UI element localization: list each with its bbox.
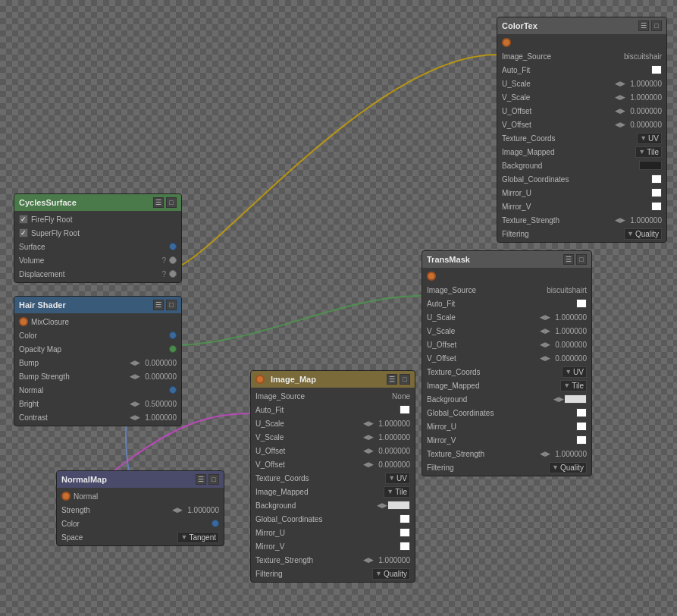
- ct-mirrorv-swatch[interactable]: [651, 202, 662, 211]
- tm-globalcoords-label: Global_Coordinates: [427, 409, 576, 417]
- image-uoffset-value: 0.000000: [378, 447, 410, 455]
- image-background-row: Background ◀▶: [251, 498, 415, 512]
- hair-minimize-icon[interactable]: ☰: [153, 300, 164, 310]
- tm-texcoords-value: UV: [573, 368, 584, 376]
- superfly-checkbox[interactable]: [19, 228, 28, 237]
- image-imagemapped-value: Tile: [395, 488, 407, 496]
- transmask-close-icon[interactable]: □: [576, 254, 587, 265]
- hair-color-socket[interactable]: [169, 332, 177, 339]
- tm-vscale-label: V_Scale: [427, 327, 540, 335]
- displacement-label: Displacement: [19, 270, 158, 278]
- volume-socket[interactable]: [169, 256, 177, 264]
- tm-imagemapped-dropdown[interactable]: ▼ Tile: [560, 380, 587, 391]
- image-filtering-dropdown[interactable]: ▼ Quality: [372, 568, 410, 580]
- image-minimize-icon[interactable]: ☰: [387, 374, 397, 385]
- image-map-header[interactable]: Image_Map ☰ □: [251, 371, 415, 388]
- tm-voffset-row: V_Offset ◀▶ 0.000000: [422, 351, 591, 365]
- hair-shader-header[interactable]: Hair Shader ☰ □: [14, 297, 181, 313]
- surface-socket[interactable]: [169, 243, 177, 250]
- image-mirrorv-swatch[interactable]: [400, 542, 410, 551]
- displacement-socket[interactable]: [169, 270, 177, 278]
- ct-filtering-label: Filtering: [502, 230, 624, 238]
- tm-filtering-dropdown[interactable]: ▼ Quality: [549, 462, 587, 473]
- image-mirrorv-row: Mirror_V: [251, 539, 415, 553]
- ct-autofit-swatch[interactable]: [651, 65, 662, 74]
- ct-mirroru-label: Mirror_U: [502, 189, 651, 197]
- ct-mirroru-swatch[interactable]: [651, 188, 662, 197]
- image-background-swatch[interactable]: [387, 501, 410, 510]
- tm-texstrength-value: 1.000000: [555, 450, 587, 458]
- image-autofit-swatch[interactable]: [400, 405, 410, 414]
- close-icon[interactable]: □: [166, 197, 177, 208]
- color-tex-header[interactable]: ColorTex ☰ □: [497, 17, 666, 34]
- strength-number: ◀▶ 1.000000: [172, 506, 219, 514]
- ct-source-row: Image_Source biscuitshair: [497, 49, 666, 63]
- ct-filtering-dropdown[interactable]: ▼ Quality: [624, 228, 662, 240]
- tm-background-swatch[interactable]: [564, 394, 587, 404]
- image-filtering-value: Quality: [384, 570, 407, 578]
- ct-mirrorv-label: Mirror_V: [502, 203, 651, 211]
- ct-texstrength-row: Texture_Strength ◀▶ 1.000000: [497, 213, 666, 227]
- tm-autofit-swatch[interactable]: [576, 299, 587, 308]
- image-map-icons: ☰ □: [387, 374, 410, 385]
- tm-vscale-value: 1.000000: [555, 327, 587, 335]
- image-imagemapped-dropdown[interactable]: ▼ Tile: [384, 486, 410, 498]
- ct-globalcoords-swatch[interactable]: [651, 174, 662, 184]
- tm-mirrorv-swatch[interactable]: [576, 435, 587, 445]
- ct-imagemapped-dropdown[interactable]: ▼ Tile: [635, 146, 662, 158]
- minimize-icon[interactable]: ☰: [153, 197, 164, 208]
- tm-mirroru-swatch[interactable]: [576, 422, 587, 431]
- image-globalcoords-swatch[interactable]: [400, 514, 410, 523]
- tm-source-value: biscuitshairt: [547, 286, 587, 294]
- image-uoffset-label: U_Offset: [255, 447, 363, 455]
- bump-row: Bump ◀▶ 0.000000: [14, 356, 181, 369]
- ct-vscale-value: 1.000000: [630, 93, 662, 102]
- trans-mask-node: TransMask ☰ □ Image_Source biscuitshairt…: [422, 250, 592, 476]
- mixclosure-label: MixClosure: [31, 318, 177, 326]
- image-globalcoords-label: Global_Coordinates: [255, 515, 400, 523]
- tm-texcoords-row: Texture_Coords ▼ UV: [422, 365, 591, 379]
- hair-close-icon[interactable]: □: [166, 300, 177, 310]
- tm-background-row: Background ◀▶: [422, 392, 591, 406]
- image-background-label: Background: [255, 501, 377, 510]
- image-uscale-label: U_Scale: [255, 420, 363, 428]
- trans-mask-header[interactable]: TransMask ☰ □: [422, 251, 591, 268]
- image-map-title: Image_Map: [271, 375, 316, 384]
- normal-socket[interactable]: [169, 386, 177, 394]
- ct-texcoords-dropdown[interactable]: ▼ UV: [637, 133, 662, 144]
- space-dropdown[interactable]: ▼ Tangent: [177, 532, 219, 543]
- normal-target-dot: [61, 492, 71, 501]
- transmask-minimize-icon[interactable]: ☰: [563, 254, 574, 265]
- tm-globalcoords-swatch[interactable]: [576, 408, 587, 417]
- tm-texcoords-dropdown[interactable]: ▼ UV: [562, 366, 587, 378]
- tm-voffset-number: ◀▶ 0.000000: [540, 354, 587, 363]
- volume-value: ?: [161, 256, 166, 265]
- cycles-surface-header[interactable]: CyclesSurface ☰ □: [14, 194, 181, 211]
- ct-voffset-number: ◀▶ 0.000000: [615, 121, 662, 129]
- ct-autofit-row: Auto_Fit: [497, 63, 666, 77]
- normal-map-header[interactable]: NormalMap ☰ □: [57, 471, 224, 488]
- ct-texstrength-label: Texture_Strength: [502, 216, 615, 225]
- normalmap-color-socket[interactable]: [212, 520, 219, 527]
- image-texcoords-dropdown[interactable]: ▼ UV: [385, 473, 410, 484]
- tm-imagemapped-value: Tile: [572, 382, 584, 390]
- ct-uscale-value: 1.000000: [630, 80, 662, 88]
- image-source-label: Image_Source: [255, 392, 389, 401]
- image-mirroru-swatch[interactable]: [400, 528, 410, 537]
- tm-filtering-label: Filtering: [427, 464, 549, 472]
- bump-strength-number: ◀▶ 0.000000: [130, 372, 177, 381]
- opacity-map-label: Opacity Map: [19, 345, 166, 354]
- normal-close-icon[interactable]: □: [208, 474, 219, 485]
- colortex-close-icon[interactable]: □: [651, 20, 662, 31]
- image-close-icon[interactable]: □: [400, 374, 410, 385]
- firefly-checkbox[interactable]: [19, 215, 28, 224]
- normal-minimize-icon[interactable]: ☰: [196, 474, 206, 485]
- volume-label: Volume: [19, 256, 158, 265]
- ct-background-swatch[interactable]: [639, 161, 662, 170]
- surface-label: Surface: [19, 243, 166, 251]
- colortex-minimize-icon[interactable]: ☰: [638, 20, 649, 31]
- image-map-body: Image_Source None Auto_Fit U_Scale ◀▶ 1.…: [251, 388, 415, 582]
- opacity-map-socket[interactable]: [169, 345, 177, 353]
- cycles-surface-icons: ☰ □: [153, 197, 177, 208]
- image-texstrength-number: ◀▶ 1.000000: [363, 556, 410, 564]
